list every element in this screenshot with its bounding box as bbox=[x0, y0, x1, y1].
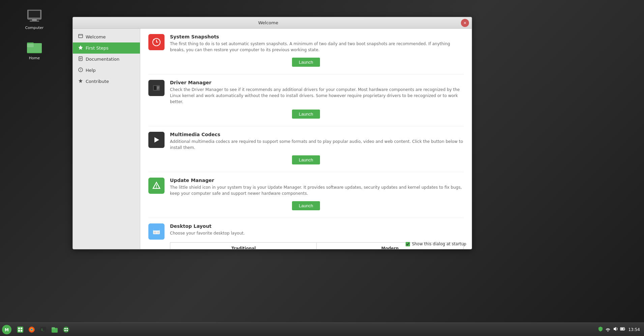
mint-logo-icon: M bbox=[2, 325, 11, 334]
svg-marker-24 bbox=[154, 137, 159, 143]
tray-icons-area bbox=[598, 326, 625, 333]
svg-rect-48 bbox=[18, 330, 20, 332]
multimedia-launch-button[interactable]: Launch bbox=[292, 155, 320, 164]
home-folder-icon bbox=[26, 38, 42, 55]
update-launch-button[interactable]: Launch bbox=[292, 201, 320, 210]
sidebar-item-help[interactable]: ? Help bbox=[73, 65, 140, 76]
driver-desc: Check the Driver Manager to see if it re… bbox=[170, 87, 464, 105]
contribute-nav-icon bbox=[78, 79, 83, 84]
svg-point-27 bbox=[156, 187, 157, 188]
desktop: Computer Home Welcome × bbox=[0, 0, 644, 336]
desktop-icon-computer[interactable]: Computer bbox=[21, 7, 48, 31]
section-system-snapshots: System Snapshots The first thing to do i… bbox=[148, 34, 464, 74]
modern-layout-title: Modern bbox=[320, 246, 460, 249]
section-update-manager: Update Manager The little shield icon in… bbox=[148, 178, 464, 218]
taskbar-app-terminal[interactable]: $_ bbox=[38, 324, 49, 335]
svg-point-57 bbox=[63, 327, 69, 333]
svg-rect-47 bbox=[21, 328, 22, 329]
show-startup-label[interactable]: Show this dialog at startup bbox=[412, 242, 466, 246]
welcome-nav-icon bbox=[78, 34, 83, 40]
taskbar-apps-area: $_ bbox=[13, 324, 73, 335]
computer-icon-label: Computer bbox=[25, 26, 44, 30]
svg-rect-30 bbox=[154, 232, 156, 234]
svg-point-62 bbox=[608, 331, 609, 332]
svg-rect-46 bbox=[18, 328, 20, 329]
svg-rect-31 bbox=[157, 232, 159, 234]
multimedia-title: Multimedia Codecs bbox=[170, 132, 464, 137]
svg-marker-10 bbox=[79, 45, 83, 50]
sidebar-item-documentation[interactable]: Documentation bbox=[73, 54, 140, 65]
window-close-button[interactable]: × bbox=[461, 19, 469, 27]
taskbar-app-firefox[interactable] bbox=[26, 324, 37, 335]
svg-text:M: M bbox=[5, 328, 9, 332]
battery-tray-icon bbox=[620, 326, 625, 333]
documentation-nav-icon bbox=[78, 56, 83, 62]
driver-title: Driver Manager bbox=[170, 80, 464, 85]
snapshots-icon bbox=[148, 34, 165, 50]
main-content-area[interactable]: System Snapshots The first thing to do i… bbox=[140, 29, 472, 249]
svg-rect-23 bbox=[157, 89, 158, 89]
help-nav-icon: ? bbox=[78, 67, 83, 73]
snapshots-desc: The first thing to do is to set automati… bbox=[170, 41, 464, 53]
svg-rect-65 bbox=[624, 329, 625, 330]
sidebar-label-contribute: Contribute bbox=[86, 79, 109, 84]
section-multimedia: Multimedia Codecs Additional multimedia … bbox=[148, 132, 464, 172]
svg-rect-56 bbox=[52, 327, 55, 329]
computer-icon bbox=[26, 8, 42, 24]
taskbar: M bbox=[0, 323, 644, 336]
svg-rect-45 bbox=[17, 327, 23, 333]
svg-rect-1 bbox=[29, 11, 40, 18]
driver-launch-button[interactable]: Launch bbox=[292, 110, 320, 119]
update-icon bbox=[148, 178, 165, 194]
window-titlebar: Welcome × bbox=[73, 17, 472, 29]
svg-rect-21 bbox=[157, 87, 159, 87]
layout-traditional-option[interactable]: Traditional Home Untitle bbox=[170, 243, 317, 249]
svg-rect-22 bbox=[157, 88, 159, 88]
taskbar-app-mintinstall[interactable] bbox=[15, 324, 26, 335]
sidebar-label-help: Help bbox=[86, 68, 96, 73]
svg-text:?: ? bbox=[80, 68, 82, 72]
section-driver-manager: Driver Manager Check the Driver Manager … bbox=[148, 80, 464, 126]
traditional-layout-title: Traditional bbox=[174, 246, 314, 249]
window-footer: Show this dialog at startup bbox=[406, 242, 466, 246]
snapshots-launch-button[interactable]: Launch bbox=[292, 58, 320, 67]
volume-tray-icon bbox=[613, 326, 618, 333]
snapshots-title: System Snapshots bbox=[170, 34, 464, 39]
system-clock: 13:54 bbox=[628, 327, 640, 332]
taskbar-app-filemanager[interactable] bbox=[49, 324, 60, 335]
svg-marker-17 bbox=[79, 79, 83, 83]
multimedia-icon bbox=[148, 132, 165, 148]
sidebar: Welcome First Steps Documentation bbox=[73, 29, 140, 249]
desktop-layout-icon bbox=[148, 223, 165, 240]
svg-point-52 bbox=[31, 329, 33, 330]
home-icon-label: Home bbox=[29, 56, 40, 60]
svg-rect-58 bbox=[64, 328, 66, 329]
taskbar-app-software[interactable] bbox=[61, 324, 71, 335]
window-title: Welcome bbox=[76, 20, 461, 25]
svg-rect-60 bbox=[64, 330, 66, 331]
update-desc: The little shield icon in your system tr… bbox=[170, 184, 464, 196]
taskbar-system-tray: 13:54 bbox=[598, 326, 644, 333]
sidebar-item-contribute[interactable]: Contribute bbox=[73, 76, 140, 87]
svg-rect-61 bbox=[66, 330, 68, 331]
sidebar-item-welcome[interactable]: Welcome bbox=[73, 31, 140, 42]
svg-rect-29 bbox=[153, 229, 160, 231]
svg-rect-20 bbox=[154, 86, 156, 90]
show-startup-checkbox[interactable] bbox=[406, 242, 410, 246]
svg-text:$_: $_ bbox=[41, 328, 45, 331]
svg-rect-59 bbox=[66, 328, 68, 329]
svg-rect-8 bbox=[79, 34, 83, 38]
sidebar-label-welcome: Welcome bbox=[86, 34, 106, 39]
desktop-layout-title: Desktop Layout bbox=[170, 223, 464, 229]
svg-rect-66 bbox=[621, 328, 624, 330]
sidebar-label-documentation: Documentation bbox=[86, 57, 119, 62]
sidebar-label-first-steps: First Steps bbox=[86, 45, 109, 51]
desktop-layout-desc: Choose your favorite desktop layout. bbox=[170, 230, 464, 236]
sidebar-item-first-steps[interactable]: First Steps bbox=[73, 42, 140, 54]
shield-tray-icon bbox=[598, 326, 603, 333]
network-tray-icon bbox=[605, 326, 611, 333]
desktop-icon-home[interactable]: Home bbox=[21, 37, 48, 62]
welcome-window: Welcome × Welcome First Steps bbox=[72, 17, 472, 249]
taskbar-start-button[interactable]: M bbox=[1, 324, 13, 336]
svg-rect-3 bbox=[30, 21, 39, 22]
